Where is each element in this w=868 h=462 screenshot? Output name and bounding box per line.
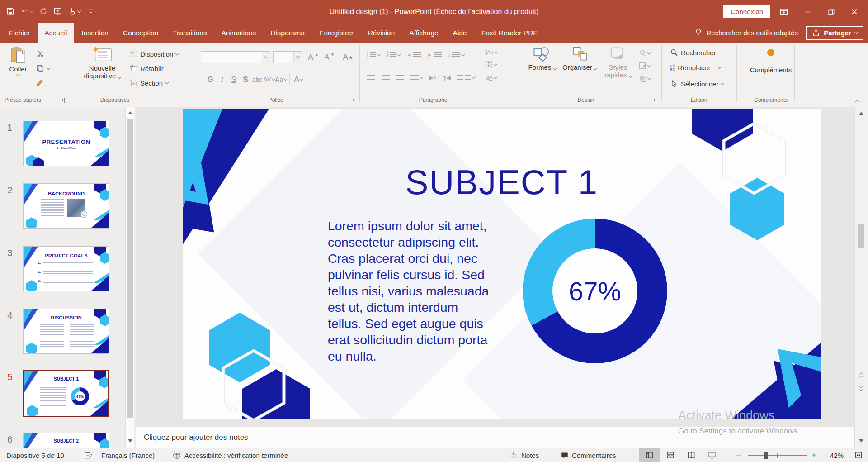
copy-button[interactable]: [36, 64, 50, 72]
tab-conception[interactable]: Conception: [116, 23, 165, 43]
tab-revision[interactable]: Révision: [361, 23, 402, 43]
fit-to-window-button[interactable]: [854, 448, 863, 462]
zoom-in-button[interactable]: +: [811, 448, 816, 462]
paste-dropdown-icon[interactable]: [16, 73, 20, 76]
text-direction-button[interactable]: ∥A↓: [485, 49, 498, 55]
proofing-status-icon[interactable]: [84, 448, 92, 462]
adaptive-tools-search[interactable]: Rechercher des outils adaptés: [694, 28, 798, 38]
align-right-button[interactable]: [396, 75, 404, 81]
align-text-button[interactable]: [485, 60, 498, 68]
shape-outline-button[interactable]: [638, 62, 651, 70]
select-button[interactable]: Sélectionner: [670, 80, 724, 88]
previous-slide-button[interactable]: [857, 372, 866, 381]
thumbnail-slide-2[interactable]: BACKGROUND: [23, 183, 109, 229]
canvas-scrollbar-thumb[interactable]: [858, 224, 864, 248]
copy-dropdown-icon[interactable]: [47, 66, 50, 69]
redo-button[interactable]: [39, 7, 47, 15]
tab-transitions[interactable]: Transitions: [165, 23, 214, 43]
slide-position-indicator[interactable]: Diapositive 5 de 10: [6, 448, 64, 462]
slide-body-text[interactable]: Lorem ipsum dolor sit amet, consectetur …: [328, 218, 518, 364]
italic-button[interactable]: I: [216, 73, 228, 86]
undo-button[interactable]: [21, 7, 33, 15]
comments-toggle-button[interactable]: Commentaires: [561, 448, 616, 462]
numbering-button[interactable]: 123: [387, 52, 400, 58]
bold-button[interactable]: G: [204, 73, 216, 86]
convert-smartart-button[interactable]: [485, 73, 498, 81]
font-name-combobox[interactable]: [201, 51, 270, 63]
zoom-level[interactable]: 42%: [830, 448, 844, 462]
tab-aide[interactable]: Aide: [446, 23, 474, 43]
ltr-direction-button[interactable]: ▶¶: [429, 74, 437, 81]
close-button[interactable]: [844, 3, 864, 21]
canvas-scroll-up-button[interactable]: [857, 108, 866, 118]
grow-font-button[interactable]: A▲: [307, 51, 319, 63]
tab-enregistrer[interactable]: Enregistrer: [312, 23, 361, 43]
section-button[interactable]: Section: [129, 79, 168, 87]
canvas-scroll-down-button[interactable]: [857, 436, 866, 446]
replace-button[interactable]: abac Remplacer: [670, 64, 721, 71]
zoom-out-button[interactable]: −: [736, 448, 741, 462]
clipboard-dialog-launcher[interactable]: [59, 98, 65, 103]
text-shadow-button[interactable]: S: [240, 73, 251, 86]
rtl-direction-button[interactable]: ¶◀: [443, 74, 451, 81]
ribbon-display-options-button[interactable]: [774, 3, 794, 21]
slideshow-view-button[interactable]: [702, 448, 722, 462]
clear-formatting-button[interactable]: A◆: [342, 51, 354, 63]
strikethrough-button[interactable]: abc: [251, 73, 263, 86]
restore-button[interactable]: [821, 3, 841, 21]
thumbnail-scroll-down-button[interactable]: [126, 435, 135, 446]
thumbnail-slide-4[interactable]: DISCUSSION: [23, 309, 109, 354]
accessibility-status[interactable]: Accessibilité : vérification terminée: [184, 448, 288, 462]
tab-animations[interactable]: Animations: [214, 23, 264, 43]
find-button[interactable]: Rechercher: [670, 48, 716, 57]
decrease-indent-button[interactable]: ◄: [406, 52, 421, 58]
shape-fill-button[interactable]: [638, 49, 651, 57]
tab-diaporama[interactable]: Diaporama: [263, 23, 312, 43]
start-slideshow-button[interactable]: [54, 7, 62, 15]
underline-button[interactable]: S: [228, 73, 240, 86]
reading-view-button[interactable]: [681, 448, 701, 462]
save-icon[interactable]: [6, 7, 14, 15]
thumbnail-slide-3[interactable]: PROJECT GOALS 1. 2. 3.: [23, 246, 109, 291]
columns-button[interactable]: [457, 75, 475, 81]
tab-fichier[interactable]: Fichier: [2, 23, 38, 43]
canvas-scrollbar[interactable]: [854, 107, 868, 448]
increase-indent-button[interactable]: ►: [427, 52, 442, 58]
font-dialog-launcher[interactable]: [350, 98, 355, 103]
share-button[interactable]: Partager: [806, 26, 863, 40]
slide-sorter-view-button[interactable]: [660, 448, 680, 462]
thumbnail-slide-6[interactable]: SUBJECT 2: [23, 433, 109, 448]
donut-chart[interactable]: 67%: [523, 219, 667, 363]
arrange-button[interactable]: Organiser: [561, 46, 599, 71]
tab-insertion[interactable]: Insertion: [74, 23, 115, 43]
justify-button[interactable]: [410, 75, 423, 81]
tab-affichage[interactable]: Affichage: [402, 23, 445, 43]
font-size-combobox[interactable]: [273, 51, 302, 63]
shapes-button[interactable]: Formes: [528, 46, 556, 71]
touch-mode-dropdown-icon[interactable]: [77, 9, 81, 12]
new-slide-button[interactable]: Nouvelle diapositive: [80, 46, 124, 80]
normal-view-button[interactable]: [639, 448, 660, 462]
quick-styles-button[interactable]: Stylesrapides: [601, 46, 635, 79]
thumbnail-slide-5[interactable]: SUBJECT 1 67%: [23, 370, 109, 417]
thumbnail-scrollbar-thumb[interactable]: [127, 119, 133, 418]
align-left-button[interactable]: [367, 75, 375, 81]
addins-button[interactable]: Compléments: [746, 49, 796, 74]
minimize-button[interactable]: [797, 3, 817, 21]
layout-button[interactable]: Disposition: [129, 50, 179, 58]
zoom-slider-handle[interactable]: [764, 452, 768, 459]
connexion-button[interactable]: Connexion: [723, 5, 770, 18]
customize-qat-button[interactable]: [87, 7, 95, 15]
language-indicator[interactable]: Français (France): [101, 448, 155, 462]
paragraph-dialog-launcher[interactable]: [513, 98, 518, 103]
thumbnail-slide-1[interactable]: PRESENTATION By Olivia Wilson: [23, 121, 109, 166]
format-painter-button[interactable]: [36, 79, 44, 87]
shrink-font-button[interactable]: A▼: [324, 51, 335, 63]
slide-editing-area[interactable]: SUBJECT 1 Lorem ipsum dolor sit amet, co…: [183, 109, 821, 419]
collapse-ribbon-button[interactable]: [856, 97, 859, 105]
shape-effects-button[interactable]: [638, 74, 651, 82]
touch-mode-button[interactable]: [68, 7, 80, 15]
reset-button[interactable]: Rétablir: [129, 64, 164, 72]
tab-accueil[interactable]: Accueil: [38, 23, 75, 43]
bullets-button[interactable]: [367, 52, 380, 58]
